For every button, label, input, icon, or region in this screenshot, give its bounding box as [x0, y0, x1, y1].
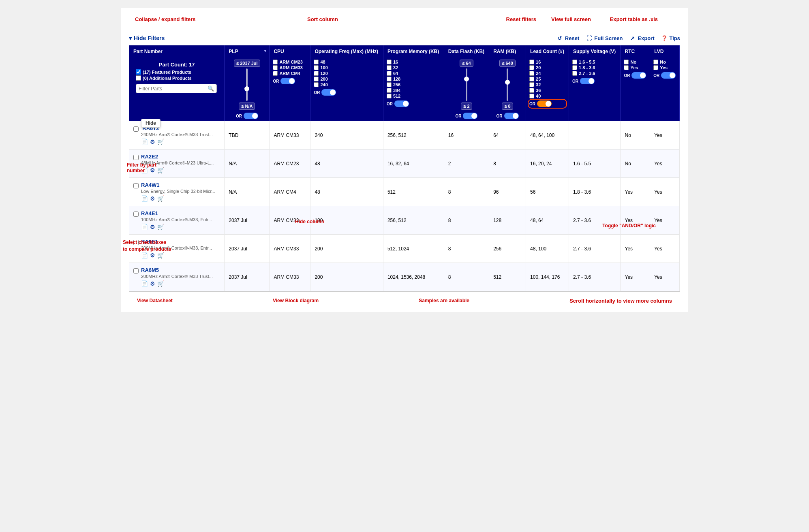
cpu-cell: ARM CM23 — [270, 150, 310, 178]
lead-25[interactable]: 25 — [529, 77, 565, 81]
prog-mem-256[interactable]: 256 — [387, 82, 441, 87]
lvd-or-toggle: OR — [653, 72, 676, 79]
lvd-yes[interactable]: Yes — [653, 65, 676, 70]
op-freq-cell: 48 — [310, 178, 383, 206]
cpu-option-cm33[interactable]: ARM CM33 — [273, 65, 307, 70]
samples-icon[interactable]: 🛒 — [157, 224, 164, 230]
data-flash-cell: 8 — [444, 206, 489, 235]
op-freq-200[interactable]: 200 — [314, 77, 379, 81]
part-compare-checkbox[interactable] — [133, 126, 139, 132]
additional-products-label[interactable]: (0) Additional Products — [136, 75, 218, 81]
rtc-yes[interactable]: Yes — [624, 65, 646, 70]
datasheet-icon[interactable]: 📄 — [141, 280, 148, 287]
ram-cell: 8 — [489, 150, 526, 178]
lvd-checkbox-filter: No Yes — [653, 60, 676, 70]
annot-sort: Sort column — [307, 16, 338, 22]
part-action-icons: 📄 ⚙ 🛒 — [141, 195, 215, 202]
block-diagram-icon[interactable]: ⚙ — [150, 139, 155, 145]
rtc-toggle-switch[interactable] — [631, 72, 646, 79]
data-flash-slider-thumb[interactable] — [464, 77, 469, 81]
col-header-part-number: Part Number — [129, 45, 225, 58]
ram-toggle-switch[interactable] — [504, 113, 519, 119]
supply-2p7[interactable]: 2.7 - 3.6 — [572, 71, 617, 76]
prog-mem-384[interactable]: 384 — [387, 88, 441, 93]
op-freq-120[interactable]: 120 — [314, 71, 379, 76]
part-number-link[interactable]: RA4E1 — [141, 210, 158, 216]
ram-slider-thumb[interactable] — [505, 80, 510, 85]
reset-button[interactable]: ↺ Reset — [556, 34, 579, 42]
additional-products-checkbox[interactable] — [136, 75, 141, 81]
part-number-link[interactable]: RA4W1 — [141, 182, 160, 188]
cpu-option-cm4[interactable]: ARM CM4 — [273, 71, 307, 76]
part-number-cell: RA4E1 100MHz Arm® Cortex®-M33, Entr... 📄… — [129, 206, 225, 235]
samples-icon[interactable]: 🛒 — [157, 252, 164, 259]
data-flash-slider-track[interactable] — [466, 68, 467, 101]
lead-24[interactable]: 24 — [529, 71, 565, 76]
block-diagram-icon[interactable]: ⚙ — [150, 195, 155, 202]
op-freq-48[interactable]: 48 — [314, 60, 379, 64]
cpu-option-cm23[interactable]: ARM CM23 — [273, 60, 307, 64]
full-screen-button[interactable]: ⛶ Full Screen — [585, 34, 623, 42]
part-compare-checkbox[interactable] — [133, 212, 139, 217]
lead-16[interactable]: 16 — [529, 60, 565, 64]
prog-mem-or-toggle: OR — [387, 100, 441, 107]
op-freq-100[interactable]: 100 — [314, 65, 379, 70]
data-flash-toggle-switch[interactable] — [463, 113, 477, 119]
samples-icon[interactable]: 🛒 — [157, 280, 164, 287]
plp-toggle-switch[interactable] — [244, 113, 258, 119]
filter-ram: ≤ 640 ≥ 8 OR — [489, 58, 526, 121]
block-diagram-icon[interactable]: ⚙ — [150, 224, 155, 230]
datasheet-icon[interactable]: 📄 — [141, 195, 148, 202]
part-action-icons: 📄 ⚙ 🛒 — [141, 139, 213, 145]
datasheet-icon[interactable]: 📄 — [141, 139, 148, 145]
lvd-cell: Yes — [650, 178, 680, 206]
lead-40[interactable]: 40 — [529, 94, 565, 98]
col-header-plp[interactable]: PLP ▼ — [225, 45, 270, 58]
part-number-link[interactable]: RA6M5 — [141, 267, 159, 273]
cpu-toggle-switch[interactable] — [280, 78, 295, 84]
prog-mem-128[interactable]: 128 — [387, 77, 441, 81]
ram-slider-track[interactable] — [507, 68, 508, 101]
prog-mem-512[interactable]: 512 — [387, 94, 441, 98]
datasheet-icon[interactable]: 📄 — [141, 224, 148, 230]
supply-v-cell: 1.8 - 3.6 — [569, 178, 621, 206]
datasheet-icon[interactable]: 📄 — [141, 252, 148, 259]
part-compare-checkbox[interactable] — [133, 268, 139, 273]
featured-products-checkbox[interactable] — [136, 69, 141, 75]
op-freq-240[interactable]: 240 — [314, 82, 379, 87]
plp-slider-thumb[interactable] — [244, 86, 249, 91]
part-compare-checkbox[interactable] — [133, 183, 139, 188]
hide-filters-button[interactable]: ▾ Hide Filters — [129, 35, 165, 41]
lead-count-toggle-switch[interactable] — [537, 100, 552, 107]
plp-slider-track[interactable] — [246, 68, 248, 101]
lead-32[interactable]: 32 — [529, 82, 565, 87]
prog-mem-16[interactable]: 16 — [387, 60, 441, 64]
prog-mem-64[interactable]: 64 — [387, 71, 441, 76]
filter-search-box[interactable]: 🔍 — [136, 84, 217, 93]
prog-mem-32[interactable]: 32 — [387, 65, 441, 70]
supply-1p8[interactable]: 1.8 - 3.6 — [572, 65, 617, 70]
part-number-link[interactable]: RA2E2 — [141, 154, 158, 160]
rtc-no[interactable]: No — [624, 60, 646, 64]
featured-products-label[interactable]: (17) Featured Products — [136, 69, 218, 75]
part-compare-checkbox[interactable] — [133, 155, 139, 160]
op-freq-toggle-switch[interactable] — [321, 89, 336, 96]
lvd-no[interactable]: No — [653, 60, 676, 64]
block-diagram-icon[interactable]: ⚙ — [150, 252, 155, 259]
filter-search-input[interactable] — [139, 86, 208, 92]
prog-mem-toggle-switch[interactable] — [394, 100, 409, 107]
part-description: 240MHz Arm® Cortex®-M33 Trust... — [141, 132, 213, 137]
samples-icon[interactable]: 🛒 — [157, 139, 164, 145]
col-header-lvd: LVD — [650, 45, 680, 58]
samples-icon[interactable]: 🛒 — [157, 195, 164, 202]
part-number-cell: Hide RA6T2 240MHz Arm® Cortex®-M33 Trust… — [129, 121, 225, 150]
supply-1p6[interactable]: 1.6 - 5.5 — [572, 60, 617, 64]
supply-v-toggle-switch[interactable] — [580, 78, 595, 84]
lead-20[interactable]: 20 — [529, 65, 565, 70]
lvd-toggle-switch[interactable] — [661, 72, 676, 79]
part-description: Low Energy, Single Chip 32-bit Micr... — [141, 189, 215, 194]
tips-button[interactable]: ❓ Tips — [661, 34, 681, 42]
lead-36[interactable]: 36 — [529, 88, 565, 93]
export-button[interactable]: ↗ Export — [629, 34, 654, 42]
block-diagram-icon[interactable]: ⚙ — [150, 280, 155, 287]
